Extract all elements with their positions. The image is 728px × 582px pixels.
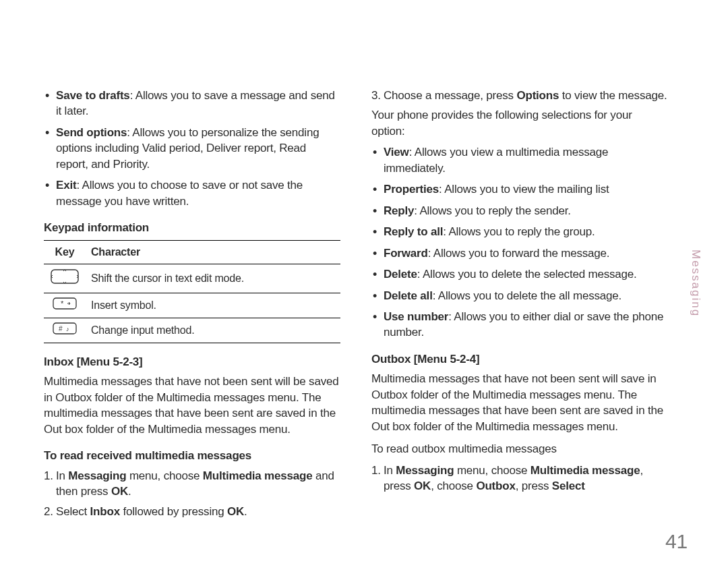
step-3-list: 3. Choose a message, press Options to vi… [371,88,668,103]
option-forward: Forward: Allows you to forward the messa… [371,245,668,261]
inbox-steps: 1. In Messaging menu, choose Multimedia … [44,468,340,519]
option-use-number: Use number: Allows you to either dial or… [371,309,668,341]
keypad-table: Key Character Shift the curso [44,240,340,343]
bullet-send-options: Send options: Allows you to personalize … [44,125,340,172]
options-list: View: Allows you view a multimedia messa… [371,144,668,341]
step-2: 2. Select Inbox followed by pressing OK. [44,504,340,519]
table-row: # ♪ Change input method. [44,318,340,343]
svg-text:#: # [59,325,63,332]
option-delete-all: Delete all: Allows you to delete the all… [371,288,668,303]
svg-text:♪: ♪ [66,326,69,332]
svg-rect-0 [51,270,78,283]
left-column: Save to drafts: Allows you to save a mes… [44,88,340,523]
option-view: View: Allows you view a multimedia messa… [371,144,668,176]
table-header: Key Character [44,240,340,264]
option-properties: Properties: Allows you to view the maili… [371,181,668,197]
top-bullets: Save to drafts: Allows you to save a mes… [44,88,340,209]
th-character: Character [86,240,340,264]
inbox-paragraph: Multimedia messages that have not been s… [44,374,340,437]
svg-rect-1 [53,298,76,309]
outbox-steps: 1. In Messaging menu, choose Multimedia … [371,463,668,494]
keypad-heading: Keypad information [44,220,340,235]
read-received-heading: To read received multimedia messages [44,448,340,463]
options-intro: Your phone provides the following select… [371,107,668,139]
option-reply-to-all: Reply to all: Allows you to reply the gr… [371,224,668,239]
inbox-heading: Inbox [Menu 5-2-3] [44,354,340,370]
table-row: Shift the cursor in text edit mode. [44,264,340,293]
outbox-step-1: 1. In Messaging menu, choose Multimedia … [371,463,668,494]
hash-key-icon: # ♪ [44,318,86,343]
side-section-label: Messaging [688,250,704,317]
read-outbox-text: To read outbox multimedia messages [371,441,668,457]
table-row: * Insert symbol. [44,293,340,318]
outbox-paragraph: Multimedia messages that have not been s… [371,371,668,434]
right-column: 3. Choose a message, press Options to vi… [371,88,668,523]
svg-text:*: * [61,299,64,308]
bullet-save-to-drafts: Save to drafts: Allows you to save a mes… [44,88,340,119]
step-1: 1. In Messaging menu, choose Multimedia … [44,468,340,500]
star-key-icon: * [44,293,86,318]
bullet-exit: Exit: Allows you to choose to save or no… [44,177,340,209]
dpad-icon [44,264,86,293]
page-number: 41 [665,527,688,555]
th-key: Key [44,240,86,264]
option-reply: Reply: Allows you to reply the sender. [371,203,668,219]
outbox-heading: Outbox [Menu 5-2-4] [371,351,668,367]
option-delete: Delete: Allows you to delete the selecte… [371,266,668,282]
svg-rect-3 [53,323,76,334]
step-3: 3. Choose a message, press Options to vi… [371,88,668,103]
